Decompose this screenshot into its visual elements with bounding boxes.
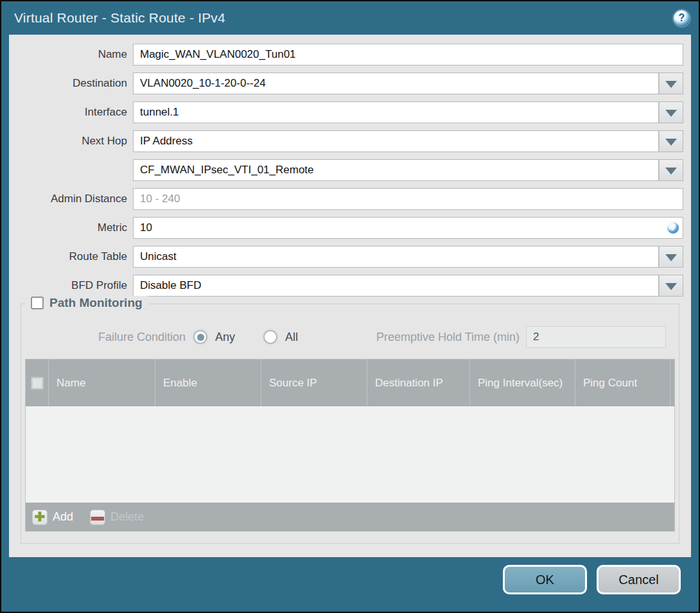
name-label: Name	[9, 48, 133, 61]
path-monitoring-table: Name Enable Source IP Destination IP Pin…	[25, 359, 675, 531]
column-header-destination-ip[interactable]: Destination IP	[367, 359, 470, 406]
delete-button-label: Delete	[110, 510, 144, 524]
interface-input[interactable]	[133, 101, 659, 123]
add-button-label: Add	[53, 510, 73, 524]
chevron-down-icon	[665, 139, 677, 146]
next-hop-type-input[interactable]	[133, 130, 659, 152]
interface-label: Interface	[9, 106, 133, 119]
path-monitoring-title: Path Monitoring	[49, 296, 143, 310]
failure-condition-row: Failure Condition Any All Preemptive Hol…	[25, 326, 675, 348]
metric-help-icon[interactable]: ?	[667, 222, 679, 234]
dialog-footer: OK Cancel	[1, 556, 699, 612]
static-route-dialog: Virtual Router - Static Route - IPv4 ? N…	[0, 0, 700, 613]
admin-distance-label: Admin Distance	[9, 193, 133, 205]
failure-condition-radio-all[interactable]	[263, 330, 277, 344]
add-button[interactable]: ✚ Add	[32, 510, 73, 525]
destination-input[interactable]	[133, 73, 659, 94]
select-all-cell	[26, 359, 49, 406]
metric-row: Metric ?	[9, 217, 691, 239]
failure-condition-radio-any[interactable]	[193, 330, 207, 344]
next-hop-row: Next Hop	[9, 130, 691, 152]
route-table-input[interactable]	[133, 246, 659, 268]
dialog-titlebar: Virtual Router - Static Route - IPv4 ?	[1, 1, 699, 35]
chevron-down-icon	[665, 168, 677, 175]
chevron-down-icon	[665, 254, 677, 261]
route-table-label: Route Table	[9, 250, 133, 263]
chevron-down-icon	[665, 110, 677, 117]
column-header-filler	[670, 359, 683, 406]
path-monitoring-checkbox[interactable]	[31, 297, 44, 309]
column-header-enable[interactable]: Enable	[155, 359, 261, 406]
next-hop-address-row	[9, 159, 691, 181]
preemptive-hold-time-label: Preemptive Hold Time (min)	[298, 331, 526, 344]
destination-row: Destination	[9, 73, 691, 94]
bfd-profile-label: BFD Profile	[9, 279, 133, 292]
bfd-profile-input[interactable]	[133, 275, 659, 297]
path-monitoring-fieldset: Path Monitoring Failure Condition Any Al…	[21, 304, 679, 544]
delete-button[interactable]: ▬ Delete	[90, 510, 144, 525]
name-input[interactable]	[133, 44, 683, 65]
next-hop-address-input[interactable]	[133, 159, 659, 181]
destination-label: Destination	[9, 77, 133, 90]
dialog-title: Virtual Router - Static Route - IPv4	[14, 10, 225, 26]
table-header-row: Name Enable Source IP Destination IP Pin…	[26, 359, 674, 406]
minus-icon: ▬	[90, 510, 105, 525]
next-hop-label: Next Hop	[9, 135, 133, 148]
failure-condition-label: Failure Condition	[25, 331, 193, 344]
table-body-empty	[26, 406, 674, 503]
ok-button[interactable]: OK	[503, 565, 587, 594]
chevron-down-icon	[665, 283, 677, 290]
column-header-name[interactable]: Name	[49, 359, 155, 406]
bfd-profile-row: BFD Profile	[9, 275, 691, 297]
interface-dropdown-button[interactable]	[659, 101, 683, 123]
help-icon[interactable]: ?	[674, 10, 690, 26]
bfd-profile-dropdown-button[interactable]	[659, 275, 683, 297]
column-header-source-ip[interactable]: Source IP	[261, 359, 367, 406]
admin-distance-input[interactable]	[133, 188, 683, 210]
select-all-checkbox[interactable]	[31, 377, 44, 390]
column-header-ping-count[interactable]: Ping Count	[575, 359, 670, 406]
cancel-button[interactable]: Cancel	[597, 565, 681, 594]
destination-dropdown-button[interactable]	[659, 73, 683, 94]
metric-input[interactable]	[133, 217, 683, 239]
failure-condition-any-label: Any	[215, 331, 235, 344]
path-monitoring-legend: Path Monitoring	[25, 296, 148, 310]
route-table-dropdown-button[interactable]	[659, 246, 683, 268]
next-hop-address-dropdown-button[interactable]	[659, 159, 683, 181]
plus-icon: ✚	[32, 510, 48, 525]
admin-distance-row: Admin Distance	[9, 188, 691, 210]
failure-condition-all-label: All	[285, 331, 298, 344]
chevron-down-icon	[665, 81, 677, 88]
name-row: Name	[9, 44, 691, 65]
route-table-row: Route Table	[9, 246, 691, 268]
preemptive-hold-time-input[interactable]	[526, 326, 666, 348]
next-hop-dropdown-button[interactable]	[659, 130, 683, 152]
interface-row: Interface	[9, 101, 691, 123]
dialog-content: Name Destination Interface	[9, 35, 691, 557]
column-header-ping-interval[interactable]: Ping Interval(sec)	[470, 359, 575, 406]
table-toolbar: ✚ Add ▬ Delete	[26, 503, 674, 531]
metric-label: Metric	[9, 221, 133, 234]
